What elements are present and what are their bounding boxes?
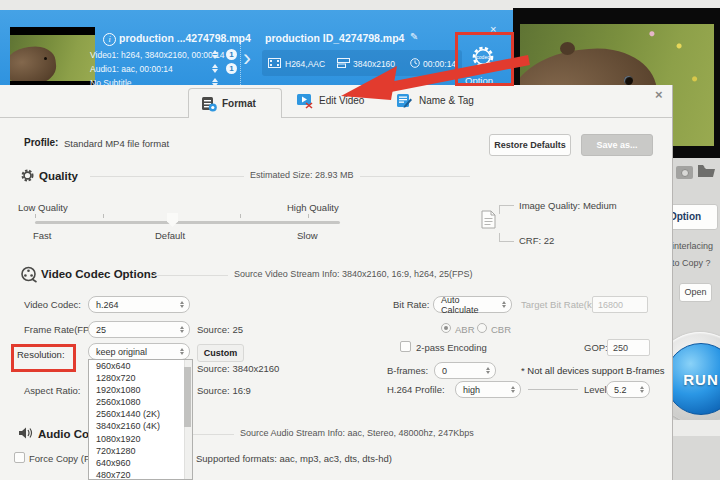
source-file-title: production ...4274798.mp4: [119, 32, 251, 44]
bit-rate-label: Bit Rate:: [393, 299, 429, 310]
open-button[interactable]: Open: [679, 283, 712, 302]
rename-pencil-icon[interactable]: ✎: [410, 31, 418, 42]
resolution-option[interactable]: 2560x1080: [89, 396, 192, 408]
video-codec-value: h.264: [96, 300, 119, 310]
abr-radio[interactable]: [441, 323, 451, 333]
video-thumbnail: [10, 27, 95, 89]
crf-value: CRF: 22: [519, 235, 554, 246]
slider-tick: [240, 214, 241, 218]
frame-rate-select[interactable]: 25: [88, 321, 190, 338]
resolution-dropdown-list[interactable]: 960x6401280x7201920x10802560x10802560x14…: [88, 359, 193, 480]
resolution-option[interactable]: 960x640: [89, 360, 192, 372]
codec-settings-dialog: Format Edit Video Name & Tag × Profile: …: [0, 85, 673, 480]
source-audio-stream: Audio1: aac, 00:00:14: [90, 64, 173, 74]
image-quality-value: Image Quality: Medium: [519, 200, 617, 211]
abr-label: ABR: [455, 324, 475, 335]
speaker-icon: [18, 426, 33, 440]
quality-gear-icon: [20, 168, 35, 183]
resolution-option[interactable]: 1920x1080: [89, 384, 192, 396]
resolution-value: keep original: [96, 347, 147, 357]
auto-copy-label[interactable]: to Copy ?: [672, 258, 711, 268]
film-icon: [268, 58, 281, 68]
h264-profile-select[interactable]: high: [455, 381, 521, 398]
cbr-label: CBR: [491, 324, 511, 335]
marmot-eye: [624, 76, 633, 85]
deinterlacing-label[interactable]: interlacing: [672, 241, 713, 251]
snapshot-camera-icon[interactable]: [676, 166, 693, 179]
resolution-option[interactable]: 640x960: [89, 457, 192, 469]
video-stream-info-label: Source Video Stream Info: 3840x2160, 16:…: [228, 269, 479, 279]
edit-video-tab-icon: [296, 93, 314, 109]
bit-rate-select[interactable]: Auto Calculate: [433, 296, 512, 313]
high-quality-label: High Quality: [287, 202, 339, 213]
open-folder-icon[interactable]: [697, 163, 716, 179]
audio-stream-count-badge: 1: [226, 63, 237, 74]
b-frames-note: * Not all devices support B-frames: [521, 365, 665, 376]
b-frames-value: 0: [442, 366, 447, 376]
video-stream-stepper[interactable]: [212, 50, 218, 59]
output-file-title[interactable]: production ID_4274798.mp4: [265, 32, 404, 44]
two-pass-checkbox[interactable]: [400, 341, 411, 352]
chevron-right-icon: ›: [243, 44, 251, 72]
custom-resolution-button[interactable]: Custom: [197, 344, 244, 362]
b-frames-label: B-frames:: [387, 365, 428, 376]
quality-slider-thumb[interactable]: [167, 213, 178, 227]
audio-stream-info-label: Source Audio Stream Info: aac, Stereo, 4…: [234, 428, 480, 438]
aspect-ratio-label: Aspect Ratio:: [24, 385, 81, 396]
two-pass-label: 2-pass Encoding: [416, 342, 487, 353]
gop-label: GOP:: [584, 342, 608, 353]
estimated-size-label: Estimated Size: 28.93 MB: [244, 170, 360, 180]
default-label: Default: [155, 230, 185, 241]
bit-rate-value: Auto Calculate: [441, 295, 495, 315]
video-codec-label: Video Codec:: [24, 299, 81, 310]
restore-defaults-button[interactable]: Restore Defaults: [489, 134, 571, 156]
force-copy-checkbox[interactable]: [14, 452, 25, 463]
b-frames-select[interactable]: 0: [434, 362, 496, 379]
save-as-button[interactable]: Save as...: [581, 134, 653, 156]
dialog-close-icon[interactable]: ×: [655, 87, 663, 102]
video-codec-section-title: Video Codec Options: [41, 268, 157, 280]
supported-formats-label: Supported formats: aac, mp3, ac3, dts, d…: [196, 453, 392, 464]
resolution-option[interactable]: 2560x1440 (2K): [89, 408, 192, 420]
fast-label: Fast: [33, 230, 51, 241]
resolution-option[interactable]: 720x1280: [89, 445, 192, 457]
marmot-ear: [560, 42, 575, 55]
h264-profile-label: H.264 Profile:: [387, 384, 445, 395]
force-copy-label: Force Copy (P: [29, 453, 90, 464]
bracket-bottom: [499, 233, 514, 242]
aspect-ratio-source: Source: 16:9: [197, 385, 251, 396]
resolution-annotation-box: [11, 344, 76, 372]
profile-label: Profile:: [24, 137, 58, 148]
source-video-stream: Video1: h264, 3840x2160, 00:00:14: [90, 50, 225, 60]
stream-divider: [240, 40, 241, 85]
level-select[interactable]: 5.2: [606, 381, 650, 398]
resolution-select[interactable]: keep original: [88, 343, 190, 360]
run-shelf: [672, 420, 720, 436]
audio-stream-stepper[interactable]: [212, 64, 218, 73]
format-tab-icon: [201, 96, 217, 112]
quality-slider-track[interactable]: [35, 221, 340, 224]
tab-format[interactable]: Format: [188, 88, 282, 118]
resolution-option[interactable]: 1280x720: [89, 372, 192, 384]
output-codec-value: H264,AAC: [285, 59, 325, 69]
bracket-top: [499, 205, 514, 214]
resolution-option[interactable]: 480x720: [89, 469, 192, 480]
video-codec-select[interactable]: h.264: [88, 296, 190, 313]
profile-value: Standard MP4 file format: [64, 138, 169, 149]
low-quality-label: Low Quality: [18, 202, 68, 213]
slider-tick: [308, 214, 309, 218]
dropdown-scrollbar-thumb[interactable]: [184, 367, 191, 427]
quality-section-title: Quality: [39, 170, 78, 182]
tab-format-label: Format: [222, 98, 256, 109]
tabbar-divider: [0, 117, 672, 118]
gop-input[interactable]: 250: [607, 339, 650, 356]
video-codec-reel-icon: [20, 266, 37, 283]
frame-rate-value: 25: [96, 325, 106, 335]
resolution-option[interactable]: 3840x2160 (4K): [89, 420, 192, 432]
annotation-arrow: [333, 50, 533, 105]
target-bitrate-input[interactable]: 16800: [592, 296, 648, 313]
resolution-option[interactable]: 1080x1920: [89, 433, 192, 445]
cbr-radio[interactable]: [477, 323, 487, 333]
info-icon[interactable]: i: [103, 33, 116, 46]
quality-summary-doc-icon: [481, 210, 496, 229]
